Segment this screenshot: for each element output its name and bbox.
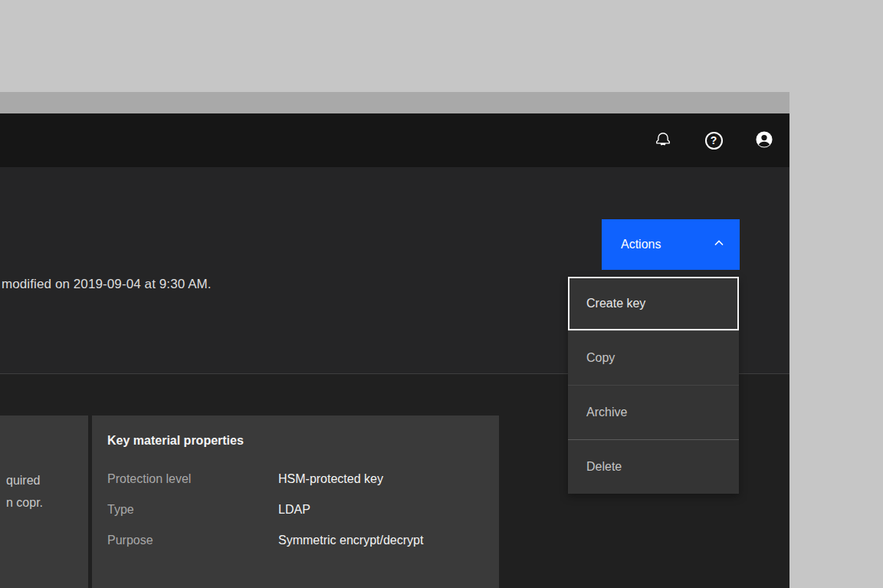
property-row: Type LDAP bbox=[107, 503, 490, 534]
modified-timestamp: modified on 2019-09-04 at 9:30 AM. bbox=[2, 277, 212, 292]
property-value: HSM-protected key bbox=[278, 472, 383, 486]
tile-title: Key material properties bbox=[107, 434, 244, 448]
partial-text-line: quired bbox=[6, 474, 40, 488]
property-row: Protection level HSM-protected key bbox=[107, 472, 490, 503]
actions-button[interactable]: Actions bbox=[602, 219, 740, 270]
menu-item-delete[interactable]: Delete bbox=[568, 439, 739, 494]
app-window: ? modified on 2019-09-04 at 9:30 AM. Act… bbox=[0, 92, 789, 588]
property-row: Purpose Symmetric encrypt/decrypt bbox=[107, 534, 490, 564]
partial-tile: quired n copr. bbox=[0, 416, 88, 588]
menu-item-copy[interactable]: Copy bbox=[568, 330, 739, 385]
property-value: LDAP bbox=[278, 503, 310, 517]
actions-button-label: Actions bbox=[621, 238, 661, 251]
actions-dropdown-menu: Create key Copy Archive Delete bbox=[568, 277, 739, 494]
property-rows: Protection level HSM-protected key Type … bbox=[107, 472, 490, 564]
bell-icon bbox=[655, 131, 671, 150]
user-avatar-icon bbox=[754, 130, 774, 152]
chevron-up-icon bbox=[713, 237, 725, 252]
user-avatar-button[interactable] bbox=[739, 113, 789, 167]
app-header: ? bbox=[0, 113, 789, 167]
notifications-button[interactable] bbox=[638, 113, 688, 167]
menu-item-create-key[interactable]: Create key bbox=[568, 277, 739, 330]
partial-text-line: n copr. bbox=[6, 496, 43, 510]
property-label: Protection level bbox=[107, 472, 278, 486]
window-titlebar[interactable] bbox=[0, 92, 789, 113]
help-icon: ? bbox=[705, 132, 723, 149]
property-value: Symmetric encrypt/decrypt bbox=[278, 534, 423, 547]
key-material-tile: Key material properties Protection level… bbox=[92, 416, 499, 588]
screenshot-stage: ? modified on 2019-09-04 at 9:30 AM. Act… bbox=[0, 0, 883, 588]
help-button[interactable]: ? bbox=[688, 113, 739, 167]
menu-item-archive[interactable]: Archive bbox=[568, 385, 739, 439]
property-label: Purpose bbox=[107, 534, 278, 547]
property-label: Type bbox=[107, 503, 278, 517]
